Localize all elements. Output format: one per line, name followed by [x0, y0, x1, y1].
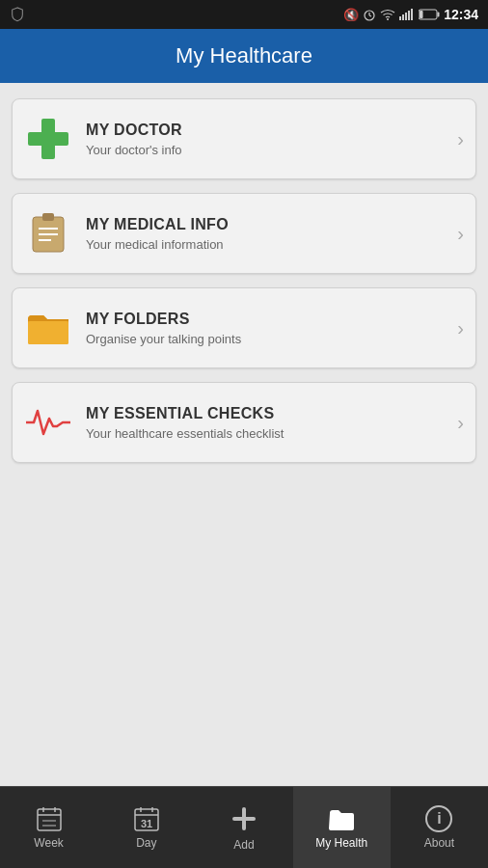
status-right: 🔇 12:34	[343, 7, 478, 22]
clipboard-icon	[30, 211, 67, 256]
my-doctor-item[interactable]: MY DOCTOR Your doctor's info ›	[12, 98, 476, 179]
nav-label-add: Add	[233, 838, 254, 852]
svg-rect-8	[408, 11, 410, 20]
main-content: MY DOCTOR Your doctor's info › MY MEDICA…	[0, 83, 488, 786]
nav-label-my-health: My Health	[315, 836, 367, 850]
svg-text:🔇: 🔇	[343, 8, 359, 21]
medical-info-text: MY MEDICAL INFO Your medical information	[86, 216, 449, 252]
app-header: My Healthcare	[0, 29, 488, 83]
nav-item-week[interactable]: Week	[0, 787, 97, 868]
signal-icon	[399, 9, 415, 20]
wifi-icon	[380, 9, 395, 20]
svg-point-4	[387, 18, 389, 20]
nav-item-about[interactable]: i About	[391, 787, 488, 868]
svg-rect-18	[28, 321, 68, 344]
status-left	[10, 7, 25, 22]
svg-rect-14	[42, 213, 54, 221]
svg-rect-31	[232, 817, 256, 821]
nav-label-day: Day	[136, 836, 156, 850]
heartbeat-icon	[26, 405, 70, 440]
add-icon	[229, 803, 259, 834]
status-bar: 🔇 12:34	[0, 0, 488, 29]
svg-rect-19	[38, 809, 61, 830]
status-time: 12:34	[444, 7, 478, 22]
folders-chevron: ›	[457, 317, 464, 339]
bottom-navigation: Week 31 Day Add My Health i About	[0, 786, 488, 868]
shield-icon	[10, 7, 25, 22]
doctor-icon-wrapper	[24, 115, 72, 163]
medical-info-chevron: ›	[457, 223, 464, 245]
nav-item-add[interactable]: Add	[195, 787, 292, 868]
my-medical-info-item[interactable]: MY MEDICAL INFO Your medical information…	[12, 193, 476, 274]
svg-rect-9	[411, 9, 413, 20]
svg-rect-6	[402, 14, 404, 20]
header-title: My Healthcare	[176, 43, 312, 68]
mute-icon: 🔇	[343, 8, 359, 21]
my-essential-checks-item[interactable]: MY ESSENTIAL CHECKS Your healthcare esse…	[12, 382, 476, 463]
my-folders-item[interactable]: MY FOLDERS Organise your talking points …	[12, 287, 476, 368]
essential-checks-text: MY ESSENTIAL CHECKS Your healthcare esse…	[86, 405, 449, 441]
medical-info-subtitle: Your medical information	[86, 237, 449, 252]
folder-icon	[26, 310, 70, 346]
medical-info-title: MY MEDICAL INFO	[86, 216, 449, 233]
folder-icon-wrapper	[24, 304, 72, 352]
alarm-icon	[363, 8, 376, 21]
calendar-day-icon: 31	[133, 805, 160, 832]
folders-title: MY FOLDERS	[86, 311, 449, 328]
doctor-text: MY DOCTOR Your doctor's info	[86, 122, 449, 157]
svg-rect-5	[399, 16, 401, 20]
svg-rect-12	[420, 11, 423, 18]
svg-rect-7	[405, 13, 407, 20]
folders-subtitle: Organise your talking points	[86, 332, 449, 346]
doctor-cross-icon	[28, 119, 68, 159]
essential-checks-chevron: ›	[457, 412, 464, 434]
nav-label-week: Week	[34, 836, 63, 850]
svg-line-3	[369, 15, 371, 16]
svg-text:31: 31	[141, 818, 152, 829]
info-icon: i	[425, 805, 452, 832]
nav-label-about: About	[424, 836, 454, 850]
calendar-week-icon	[36, 805, 63, 832]
doctor-title: MY DOCTOR	[86, 122, 449, 139]
doctor-chevron: ›	[457, 128, 464, 150]
nav-item-day[interactable]: 31 Day	[97, 787, 195, 868]
clipboard-icon-wrapper	[24, 209, 72, 258]
heartbeat-icon-wrapper	[24, 398, 72, 447]
svg-rect-11	[438, 13, 440, 17]
folders-text: MY FOLDERS Organise your talking points	[86, 311, 449, 346]
essential-checks-subtitle: Your healthcare essentials checklist	[86, 426, 449, 441]
doctor-subtitle: Your doctor's info	[86, 143, 449, 157]
nav-item-my-health[interactable]: My Health	[293, 787, 391, 868]
battery-icon	[419, 9, 440, 20]
essential-checks-title: MY ESSENTIAL CHECKS	[86, 405, 449, 422]
folder-nav-icon	[328, 805, 355, 832]
